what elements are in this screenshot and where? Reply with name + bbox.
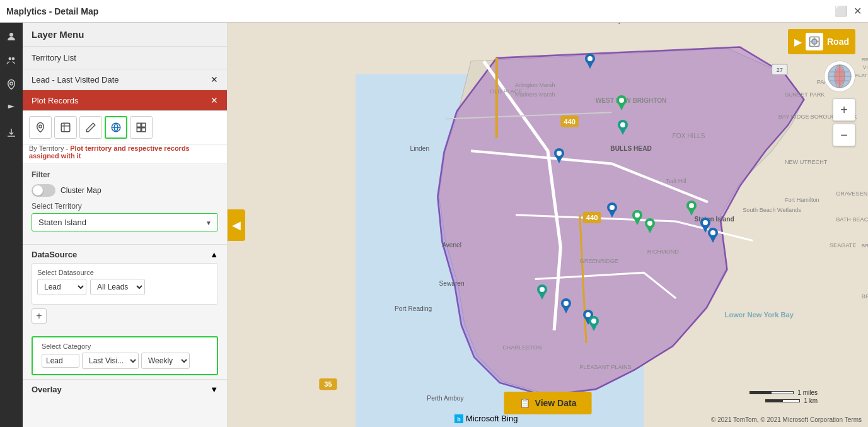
svg-marker-88: [646, 226, 654, 233]
datasource-collapse-icon[interactable]: ▲: [210, 250, 218, 259]
svg-marker-76: [562, 306, 570, 313]
map-marker-green-1[interactable]: [615, 94, 628, 114]
svg-text:b: b: [457, 416, 461, 423]
road-mode-button[interactable]: ▶ Road: [788, 29, 855, 54]
map-marker-blue-2[interactable]: [553, 147, 565, 167]
overlay-label: Overlay: [32, 385, 62, 394]
zoom-out-button[interactable]: −: [833, 124, 855, 146]
scale-miles-label: 1 miles: [797, 389, 818, 396]
map-marker-teal-3[interactable]: [587, 315, 600, 334]
panel-collapse-button[interactable]: ◀: [228, 209, 245, 241]
copyright-text: © 2021 TomTom, © 2021 Microsoft Corporat…: [711, 416, 862, 423]
datasource-row: Lead Contact Account All Leads My Leads: [37, 279, 212, 295]
close-button[interactable]: ✕: [854, 5, 862, 17]
pin-tool-button[interactable]: [29, 116, 52, 139]
svg-text:PLEASANT PLAINS: PLEASANT PLAINS: [579, 364, 632, 370]
sidebar-item-download[interactable]: [0, 121, 23, 144]
sidebar-item-location[interactable]: [0, 73, 23, 96]
svg-text:GRAVESEND: GRAVESEND: [836, 190, 868, 197]
cluster-map-label: Cluster Map: [61, 186, 101, 195]
plot-records-close[interactable]: ✕: [211, 95, 218, 105]
svg-rect-7: [137, 123, 141, 127]
main-area: Layer Menu Territory List Lead - Last Vi…: [0, 23, 868, 427]
svg-text:South Beach Wetlands: South Beach Wetlands: [743, 207, 801, 213]
category-field1[interactable]: [42, 354, 79, 368]
svg-text:GREENRIDGE: GREENRIDGE: [580, 258, 618, 264]
overlay-header[interactable]: Overlay ▼: [32, 385, 218, 394]
toolbar-tooltip: By Territory - Plot territory and respec…: [23, 144, 227, 164]
road-arrow-icon: ▶: [794, 36, 802, 48]
sidebar-item-user[interactable]: [0, 25, 23, 48]
datasource-header[interactable]: DataSource ▲: [32, 250, 218, 259]
map-marker-blue-5[interactable]: [707, 226, 719, 246]
svg-point-0: [9, 33, 13, 37]
window-controls[interactable]: ⬜ ✕: [835, 5, 862, 17]
svg-text:Arlington Marsh: Arlington Marsh: [515, 82, 555, 88]
territory-select[interactable]: Staten Island New York Brooklyn Queens B…: [32, 213, 218, 231]
svg-text:BAY RIDGE: BAY RIDGE: [778, 114, 809, 120]
compass-globe[interactable]: [824, 61, 855, 92]
svg-text:35: 35: [324, 380, 332, 388]
plot-records-label: Plot Records: [32, 96, 78, 105]
overlay-expand-icon[interactable]: ▼: [210, 385, 218, 394]
select-datasource-label: Select Datasource: [37, 269, 212, 276]
svg-text:VILLA: VILLA: [863, 64, 868, 70]
svg-text:FLAT: FLAT: [855, 73, 867, 78]
map-marker-blue-6[interactable]: [560, 297, 572, 317]
svg-point-1: [9, 57, 12, 61]
territory-tool-button[interactable]: [105, 116, 127, 139]
svg-point-2: [12, 57, 15, 61]
cluster-map-toggle[interactable]: [32, 184, 55, 197]
svg-rect-10: [142, 128, 146, 132]
svg-point-103: [812, 39, 817, 44]
view-data-icon: 📋: [519, 398, 530, 408]
svg-point-65: [557, 151, 562, 156]
map-area[interactable]: 440 440 35 WEST NEW BRIGHTON OLD PLACE A…: [228, 23, 868, 427]
svg-text:CHARLESTON: CHARLESTON: [502, 344, 541, 351]
svg-text:27: 27: [777, 67, 783, 73]
datasource-section: DataSource ▲ Select Datasource Lead Cont…: [23, 244, 227, 332]
filter-section: Filter Cluster Map Select Territory Stat…: [23, 164, 227, 244]
svg-text:Mariners Marsh: Mariners Marsh: [515, 91, 555, 98]
category-field2[interactable]: Last Visi... Name Email: [82, 353, 139, 369]
svg-text:Avenel: Avenel: [442, 242, 461, 249]
svg-rect-8: [142, 123, 146, 127]
map-marker-green-4[interactable]: [685, 199, 698, 219]
grid-tool-button[interactable]: [130, 116, 153, 139]
maximize-button[interactable]: ⬜: [835, 5, 847, 17]
zoom-controls: + −: [833, 98, 855, 146]
zoom-in-button[interactable]: +: [833, 98, 855, 121]
map-marker-teal-2[interactable]: [536, 283, 548, 303]
map-marker-blue-3[interactable]: [606, 201, 618, 221]
road-label: Road: [827, 37, 849, 47]
map-marker-green-2[interactable]: [631, 209, 644, 228]
svg-point-95: [620, 122, 625, 127]
svg-text:SUNSET PARK: SUNSET PARK: [785, 91, 825, 98]
scale-km-bar: [765, 399, 800, 402]
svg-text:BULLS HEAD: BULLS HEAD: [610, 145, 651, 152]
territory-list-label: Territory List: [32, 53, 76, 62]
svg-text:REMS: REMS: [862, 57, 868, 62]
category-field3[interactable]: Weekly Monthly Daily: [141, 353, 190, 369]
datasource-lead-select[interactable]: Lead Contact Account: [37, 279, 86, 295]
sidebar-item-people[interactable]: [0, 49, 23, 72]
svg-marker-91: [688, 208, 695, 216]
lead-last-visited-close[interactable]: ✕: [211, 74, 218, 85]
window-title: Maplytics - Detail Map: [6, 6, 98, 16]
sidebar-item-flag[interactable]: [0, 97, 23, 120]
add-datasource-button[interactable]: +: [32, 308, 47, 324]
map-marker-green-3[interactable]: [644, 217, 656, 237]
map-marker-teal-1[interactable]: [616, 119, 629, 138]
plot-records-header: Plot Records ✕: [23, 90, 227, 111]
svg-point-4: [39, 125, 42, 128]
territory-list-item[interactable]: Territory List: [23, 47, 227, 69]
overlay-section: Overlay ▼: [23, 379, 227, 399]
road-icon: [806, 33, 823, 50]
datasource-all-leads-select[interactable]: All Leads My Leads: [90, 279, 145, 295]
map-marker-tool-button[interactable]: [54, 116, 77, 139]
view-data-button[interactable]: 📋 View Data: [504, 392, 592, 414]
pencil-tool-button[interactable]: [79, 116, 102, 139]
map-marker-blue-1[interactable]: [584, 52, 596, 72]
svg-point-98: [540, 287, 545, 292]
svg-point-68: [610, 205, 615, 210]
